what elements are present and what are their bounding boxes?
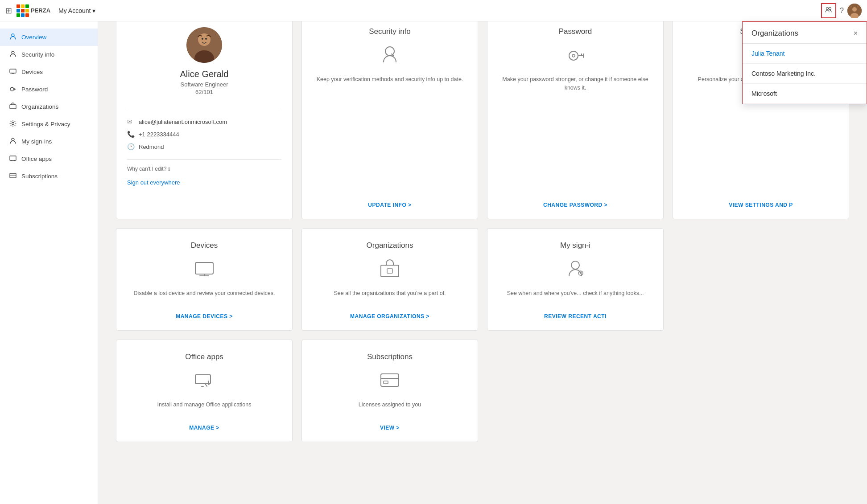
- change-password-link[interactable]: CHANGE PASSWORD >: [543, 202, 607, 208]
- logo-box: PERZA: [17, 4, 50, 17]
- profile-num: 62/101: [195, 89, 213, 95]
- organizations-panel: Organizations × Julia Tenant Contoso Mar…: [742, 21, 867, 104]
- sidebar-settings-label: Settings & Privacy: [21, 121, 70, 127]
- manage-devices-link[interactable]: MANAGE DEVICES >: [176, 313, 233, 320]
- logo-dot-8: [21, 13, 25, 17]
- password-card-title: Password: [559, 27, 592, 36]
- svg-point-22: [393, 55, 394, 57]
- logo-dot-1: [17, 4, 20, 8]
- svg-rect-13: [10, 156, 16, 160]
- svg-rect-33: [381, 265, 399, 277]
- subscriptions-card-title: Subscriptions: [367, 352, 413, 361]
- org-panel-header: Organizations ×: [743, 22, 867, 44]
- office-apps-card-desc: Install and manage Office applications: [157, 401, 251, 418]
- svg-rect-38: [381, 374, 399, 386]
- org-list-item-julia[interactable]: Julia Tenant: [743, 44, 867, 64]
- logo-dot-5: [21, 9, 25, 12]
- info-icon: ℹ: [168, 166, 170, 172]
- sidebar-security-label: Security info: [21, 51, 54, 58]
- svg-rect-10: [10, 105, 16, 109]
- organizations-card-title: Organizations: [367, 241, 413, 250]
- profile-divider: [127, 109, 281, 109]
- review-activity-link[interactable]: REVIEW RECENT ACTI: [544, 313, 607, 320]
- logo-dot-6: [25, 9, 29, 12]
- org-panel-close-button[interactable]: ×: [854, 30, 858, 37]
- sidebar-item-organizations[interactable]: Organizations: [0, 98, 98, 115]
- devices-card-icon: [193, 257, 216, 283]
- sidebar-item-subscriptions[interactable]: Subscriptions: [0, 168, 98, 185]
- logo-dots: [17, 4, 29, 17]
- my-account-label: My Account: [58, 7, 91, 14]
- view-settings-link[interactable]: VIEW SETTINGS AND P: [729, 202, 793, 208]
- location-icon: 🕐: [127, 143, 135, 150]
- svg-point-9: [10, 87, 14, 91]
- svg-point-6: [12, 51, 14, 54]
- sidebar: Overview Security info Devices Password …: [0, 21, 98, 456]
- org-icon: [825, 6, 833, 14]
- profile-title: Software Engineer: [181, 81, 228, 88]
- org-list-item-microsoft[interactable]: Microsoft: [743, 84, 867, 104]
- profile-email: alice@juliatenant.onmicrosoft.com: [139, 119, 227, 125]
- cards-row-3: Office apps Install and manage Office ap…: [116, 340, 849, 442]
- my-signins-card: My sign-i See when and where you've... c…: [487, 228, 664, 331]
- view-subscriptions-link[interactable]: VIEW >: [380, 425, 400, 431]
- svg-point-20: [205, 38, 207, 40]
- sidebar-item-overview[interactable]: Overview: [0, 29, 98, 46]
- overview-icon: [9, 33, 17, 41]
- sidebar-item-password[interactable]: Password: [0, 81, 98, 98]
- sidebar-item-security-info[interactable]: Security info: [0, 46, 98, 63]
- svg-point-5: [12, 34, 14, 37]
- avatar-icon: [847, 4, 862, 18]
- sidebar-item-office-apps[interactable]: Office apps: [0, 150, 98, 168]
- organizations-button[interactable]: [821, 3, 836, 18]
- help-button[interactable]: ?: [840, 7, 844, 15]
- chevron-down-icon: ▾: [92, 7, 95, 14]
- svg-rect-30: [195, 262, 213, 274]
- svg-point-3: [852, 7, 857, 12]
- svg-point-35: [571, 261, 579, 269]
- manage-organizations-link[interactable]: MANAGE ORGANIZATIONS >: [350, 313, 429, 320]
- logo-text: PERZA: [31, 7, 50, 14]
- profile-location: Redmond: [139, 143, 164, 150]
- org-list-item-contoso[interactable]: Contoso Marketing Inc.: [743, 64, 867, 84]
- svg-point-19: [202, 38, 203, 40]
- profile-info: ✉ alice@juliatenant.onmicrosoft.com 📞 +1…: [127, 115, 281, 153]
- why-edit-row: Why can't I edit? ℹ: [127, 166, 170, 172]
- sidebar-devices-label: Devices: [21, 69, 43, 75]
- sidebar-subscriptions-label: Subscriptions: [21, 173, 58, 180]
- organizations-icon: [9, 102, 17, 111]
- devices-icon: [9, 68, 17, 76]
- svg-point-12: [12, 138, 14, 141]
- waffle-icon[interactable]: ⊞: [5, 6, 12, 16]
- cards-row-2: Devices Disable a lost device and review…: [116, 228, 849, 331]
- topbar-left: ⊞ PERZA My Account ▾: [5, 4, 95, 17]
- sign-ins-icon: [9, 137, 17, 146]
- my-signins-desc: See when and where you've... check if an…: [507, 289, 644, 306]
- profile-divider-2: [127, 159, 281, 160]
- avatar[interactable]: [847, 4, 862, 18]
- password-card-icon: [564, 43, 587, 69]
- my-account-button[interactable]: My Account ▾: [58, 7, 95, 14]
- update-info-link[interactable]: UPDATE INFO >: [368, 202, 411, 208]
- cards-row-1: Alice Gerald Software Engineer 62/101 ✉ …: [116, 14, 849, 219]
- office-apps-card-title: Office apps: [185, 352, 223, 361]
- sidebar-item-settings[interactable]: Settings & Privacy: [0, 115, 98, 133]
- sidebar-item-sign-ins[interactable]: My sign-ins: [0, 133, 98, 150]
- profile-card: Alice Gerald Software Engineer 62/101 ✉ …: [116, 14, 293, 219]
- sign-out-everywhere-link[interactable]: Sign out everywhere: [127, 179, 180, 186]
- logo-dot-4: [17, 9, 20, 12]
- svg-rect-14: [10, 173, 16, 178]
- logo-dot-2: [21, 4, 25, 8]
- sidebar-signins-label: My sign-ins: [21, 138, 52, 145]
- sidebar-item-devices[interactable]: Devices: [0, 63, 98, 81]
- sidebar-password-label: Password: [21, 86, 48, 93]
- organizations-card-icon: [378, 257, 401, 283]
- svg-point-0: [826, 7, 829, 9]
- svg-point-11: [12, 123, 14, 125]
- manage-office-link[interactable]: MANAGE >: [189, 425, 219, 431]
- org-panel-title: Organizations: [751, 29, 798, 38]
- password-card: Password Make your password stronger, or…: [487, 14, 664, 219]
- profile-location-row: 🕐 Redmond: [127, 140, 281, 153]
- password-card-desc: Make your password stronger, or change i…: [498, 75, 652, 195]
- devices-card-desc: Disable a lost device and review your co…: [134, 289, 275, 306]
